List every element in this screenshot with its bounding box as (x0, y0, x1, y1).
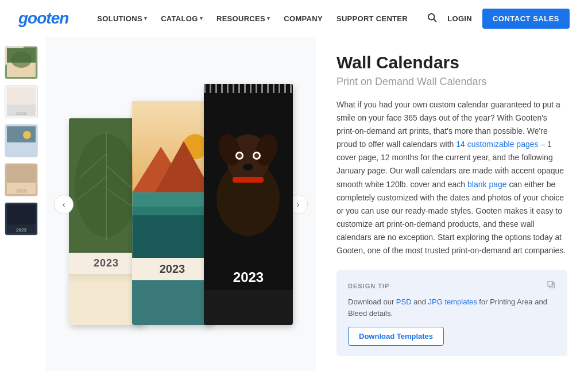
nav-solutions[interactable]: SOLUTIONS ▾ (91, 11, 153, 26)
svg-rect-41 (233, 177, 264, 183)
chevron-down-icon: ▾ (144, 16, 147, 21)
svg-point-4 (11, 52, 32, 68)
product-image-area: ‹ 2023 (46, 37, 316, 371)
navbar: gooten SOLUTIONS ▾ CATALOG ▾ RESOURCES ▾… (0, 0, 588, 37)
nav-links: SOLUTIONS ▾ CATALOG ▾ RESOURCES ▾ COMPAN… (91, 11, 427, 26)
design-tip-box: DESIGN TIP Download our PSD and JPG temp… (336, 270, 567, 356)
nav-catalog[interactable]: CATALOG ▾ (155, 11, 208, 26)
svg-text:2023: 2023 (16, 188, 26, 194)
svg-rect-30 (133, 215, 212, 258)
svg-text:2023: 2023 (16, 227, 26, 233)
psd-highlight: PSD (396, 297, 412, 306)
cal1-year: 2023 (94, 257, 119, 269)
thumbnail-4[interactable]: 2023 (5, 163, 38, 196)
jpg-highlight: JPG templates (428, 297, 477, 306)
contact-sales-button[interactable]: CONTACT SALES (482, 9, 570, 29)
product-subtitle: Print on Demand Wall Calendars (336, 76, 567, 88)
svg-text:2023: 2023 (16, 111, 26, 116)
nav-company[interactable]: COMPANY (278, 11, 328, 26)
highlight-pages: 14 customizable pages (456, 140, 538, 149)
calendars-display: 2023 (69, 84, 293, 325)
svg-point-10 (23, 131, 31, 139)
spiral-icon (204, 84, 293, 93)
thumbnail-2[interactable]: 2023 (5, 85, 38, 118)
cal2-year: 2023 (160, 262, 185, 276)
svg-line-1 (434, 19, 436, 21)
calendar-image-dog (204, 84, 293, 265)
thumbnail-1[interactable] (5, 46, 38, 79)
external-link-icon (547, 280, 556, 292)
product-description: What if you had your own custom calendar… (336, 98, 567, 257)
design-tip-label: DESIGN TIP (348, 280, 556, 292)
svg-point-39 (254, 153, 259, 158)
thumbnail-3[interactable] (5, 124, 38, 157)
calendar-image-mountain (132, 101, 212, 258)
cal3-year: 2023 (233, 269, 264, 285)
highlight-blank: blank page (467, 180, 507, 189)
design-tip-text: Download our PSD and JPG templates for P… (348, 296, 556, 319)
login-link[interactable]: LOGIN (447, 14, 472, 23)
logo[interactable]: gooten (18, 9, 68, 28)
carousel-prev-button[interactable]: ‹ (54, 195, 74, 214)
calendar-card-3: 2023 (204, 84, 293, 325)
nav-support-center[interactable]: SUPPORT CENTER (331, 11, 413, 26)
product-title: Wall Calendars (336, 53, 567, 72)
right-panel: Wall Calendars Print on Demand Wall Cale… (316, 37, 588, 371)
calendar-card-2: 2023 (132, 101, 212, 325)
thumbnail-5[interactable]: 2023 (5, 202, 38, 235)
download-templates-button[interactable]: Download Templates (348, 327, 444, 346)
svg-rect-9 (7, 126, 36, 142)
main-content: 2023 2023 2023 ‹ (0, 37, 588, 371)
search-icon[interactable] (427, 12, 437, 25)
chevron-down-icon: ▾ (200, 16, 203, 21)
chevron-down-icon: ▾ (267, 16, 270, 21)
thumbnail-sidebar: 2023 2023 2023 (0, 37, 46, 371)
nav-right: LOGIN CONTACT SALES (427, 9, 570, 29)
svg-point-37 (237, 153, 242, 158)
nav-resources[interactable]: RESOURCES ▾ (211, 11, 276, 26)
svg-point-40 (243, 164, 253, 171)
